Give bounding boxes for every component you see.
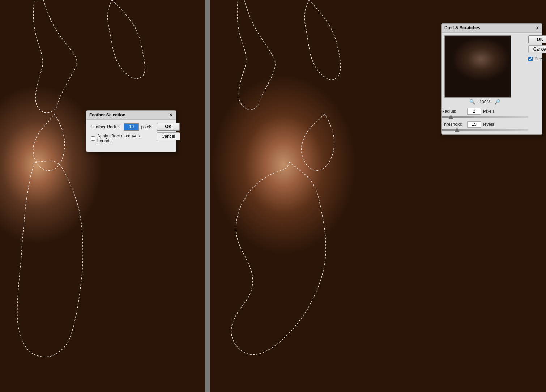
- feather-dialog-titlebar: Feather Selection ✕: [86, 111, 176, 120]
- feather-dialog-body: Feather Radius: pixels Apply effect at c…: [86, 120, 176, 152]
- dust-preview-image: [445, 36, 511, 97]
- dust-buttons-area: OK Cancel Preview: [528, 33, 546, 134]
- threshold-slider-track[interactable]: [442, 129, 528, 131]
- feather-buttons-area: OK Cancel: [157, 120, 183, 152]
- threshold-slider-row: [442, 129, 528, 131]
- dust-dialog-titlebar: Dust & Scratches ✕: [442, 24, 542, 33]
- threshold-slider-thumb[interactable]: [455, 128, 460, 132]
- zoom-in-icon[interactable]: 🔍: [495, 99, 500, 105]
- feather-cancel-button[interactable]: Cancel: [157, 132, 180, 140]
- zoom-percent: 100%: [478, 99, 492, 105]
- feather-radius-row: Feather Radius: pixels: [91, 123, 152, 131]
- left-image-panel: .sel { fill: none; stroke: white; stroke…: [0, 0, 206, 392]
- radius-label: Radius:: [442, 109, 465, 114]
- dust-zoom-row: 🔍 100% 🔍: [442, 99, 528, 105]
- apply-effect-checkbox[interactable]: [91, 136, 95, 141]
- threshold-label: Threshold:: [442, 122, 465, 127]
- preview-label: Preview: [534, 56, 546, 61]
- dust-ok-button[interactable]: OK: [528, 35, 546, 43]
- main-canvas: .sel { fill: none; stroke: white; stroke…: [0, 0, 546, 392]
- dust-dialog-title: Dust & Scratches: [444, 25, 480, 30]
- radius-input[interactable]: [467, 108, 481, 115]
- dust-close-button[interactable]: ✕: [536, 25, 539, 30]
- feather-radius-input[interactable]: [124, 123, 139, 131]
- feather-content-area: Feather Radius: pixels Apply effect at c…: [86, 120, 157, 152]
- selection-outline-left: .sel { fill: none; stroke: white; stroke…: [0, 0, 206, 392]
- radius-unit: Pixels: [483, 109, 495, 114]
- dust-scratches-dialog: Dust & Scratches ✕ 🔍 100% 🔍: [441, 23, 542, 135]
- panel-divider: [205, 0, 210, 392]
- feather-ok-button[interactable]: OK: [157, 123, 180, 131]
- threshold-row: Threshold: levels: [442, 121, 528, 128]
- preview-checkbox[interactable]: [528, 57, 533, 61]
- feather-radius-label: Feather Radius:: [91, 124, 121, 129]
- zoom-out-icon[interactable]: 🔍: [469, 99, 475, 105]
- feather-radius-unit: pixels: [141, 124, 152, 129]
- dust-inner: 🔍 100% 🔍 Radius: Pixels: [442, 33, 542, 134]
- preview-check-row: Preview: [528, 56, 546, 61]
- threshold-unit: levels: [483, 122, 494, 127]
- dust-cancel-button[interactable]: Cancel: [528, 45, 546, 53]
- feather-close-button[interactable]: ✕: [168, 112, 173, 118]
- feather-dialog-title: Feather Selection: [89, 112, 125, 118]
- threshold-input[interactable]: [467, 121, 481, 128]
- radius-slider-row: [442, 116, 528, 118]
- apply-effect-row: Apply effect at canvas bounds: [91, 133, 152, 144]
- dust-preview-thumbnail: [444, 35, 511, 98]
- radius-slider-track[interactable]: [442, 116, 528, 118]
- feather-selection-dialog: Feather Selection ✕ Feather Radius: pixe…: [86, 110, 176, 152]
- apply-effect-label: Apply effect at canvas bounds: [97, 133, 152, 144]
- radius-slider-thumb[interactable]: [448, 115, 453, 119]
- dust-content: 🔍 100% 🔍 Radius: Pixels: [442, 33, 528, 134]
- radius-row: Radius: Pixels: [442, 108, 528, 115]
